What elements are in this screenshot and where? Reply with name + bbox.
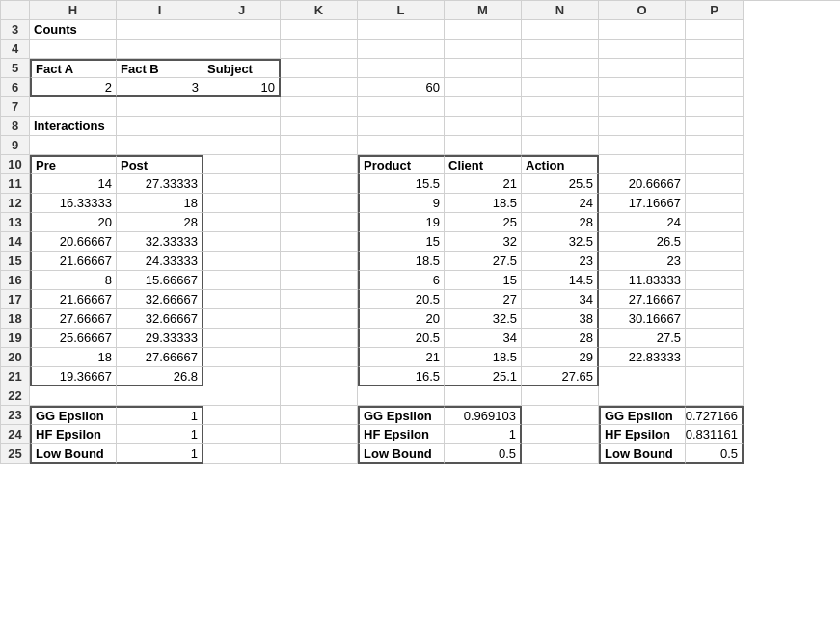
col-header-H: H <box>30 1 117 20</box>
cell-r16-c6: 14.5 <box>522 271 599 290</box>
cell-r17-c1: 32.66667 <box>117 290 203 309</box>
cell-r23-c2 <box>203 406 281 425</box>
row-num-14: 14 <box>1 232 30 252</box>
cell-r24-c7: HF Epsilon <box>599 425 686 444</box>
cell-r14-c8 <box>686 232 744 252</box>
cell-r13-c4: 19 <box>358 213 445 232</box>
cell-r17-c6: 34 <box>522 290 599 309</box>
cell-r19-c6: 28 <box>522 329 599 348</box>
cell-r6-c4: 60 <box>358 78 445 97</box>
cell-r15-c5: 27.5 <box>445 252 522 271</box>
cell-r15-c3 <box>281 252 358 271</box>
row-num-6: 6 <box>1 78 30 97</box>
row-num-20: 20 <box>1 348 30 367</box>
cell-r10-c3 <box>281 155 358 174</box>
cell-r12-c1: 18 <box>117 194 203 213</box>
cell-r7-c4 <box>358 97 445 117</box>
row-num-24: 24 <box>1 425 30 444</box>
cell-r19-c2 <box>203 329 281 348</box>
cell-r6-c5 <box>445 78 522 97</box>
cell-r6-c3 <box>281 78 358 97</box>
cell-r5-c2: Subject <box>203 59 281 78</box>
cell-r7-c8 <box>686 97 744 117</box>
cell-r25-c4: Low Bound <box>358 444 445 464</box>
cell-r6-c6 <box>522 78 599 97</box>
cell-r22-c4 <box>358 386 445 406</box>
cell-r16-c1: 15.66667 <box>117 271 203 290</box>
col-header-O: O <box>599 1 686 20</box>
row-num-11: 11 <box>1 174 30 194</box>
cell-r22-c1 <box>117 386 203 406</box>
cell-r3-c6 <box>522 20 599 40</box>
cell-r11-c1: 27.33333 <box>117 174 203 194</box>
cell-r10-c5: Client <box>445 155 522 174</box>
cell-r11-c7: 20.66667 <box>599 174 686 194</box>
row-num-22: 22 <box>1 386 30 406</box>
cell-r20-c0: 18 <box>30 348 117 367</box>
row-num-21: 21 <box>1 367 30 386</box>
cell-r4-c4 <box>358 40 445 59</box>
cell-r22-c8 <box>686 386 744 406</box>
cell-r7-c3 <box>281 97 358 117</box>
cell-r20-c8 <box>686 348 744 367</box>
cell-r14-c1: 32.33333 <box>117 232 203 252</box>
cell-r18-c1: 32.66667 <box>117 309 203 329</box>
cell-r5-c7 <box>599 59 686 78</box>
cell-r4-c2 <box>203 40 281 59</box>
cell-r23-c1: 1 <box>117 406 203 425</box>
cell-r15-c1: 24.33333 <box>117 252 203 271</box>
cell-r24-c5: 1 <box>445 425 522 444</box>
cell-r21-c6: 27.65 <box>522 367 599 386</box>
cell-r9-c6 <box>522 136 599 155</box>
cell-r15-c8 <box>686 252 744 271</box>
cell-r14-c7: 26.5 <box>599 232 686 252</box>
cell-r8-c8 <box>686 117 744 136</box>
cell-r5-c4 <box>358 59 445 78</box>
col-header-K: K <box>281 1 358 20</box>
cell-r7-c2 <box>203 97 281 117</box>
cell-r14-c0: 20.66667 <box>30 232 117 252</box>
cell-r20-c4: 21 <box>358 348 445 367</box>
cell-r5-c5 <box>445 59 522 78</box>
cell-r8-c5 <box>445 117 522 136</box>
cell-r18-c0: 27.66667 <box>30 309 117 329</box>
cell-r20-c1: 27.66667 <box>117 348 203 367</box>
cell-r3-c0: Counts <box>30 20 117 40</box>
cell-r11-c5: 21 <box>445 174 522 194</box>
cell-r9-c8 <box>686 136 744 155</box>
cell-r13-c5: 25 <box>445 213 522 232</box>
cell-r8-c3 <box>281 117 358 136</box>
cell-r11-c4: 15.5 <box>358 174 445 194</box>
cell-r17-c0: 21.66667 <box>30 290 117 309</box>
row-num-4: 4 <box>1 40 30 59</box>
cell-r10-c7 <box>599 155 686 174</box>
cell-r25-c3 <box>281 444 358 464</box>
cell-r21-c2 <box>203 367 281 386</box>
cell-r21-c7 <box>599 367 686 386</box>
cell-r3-c1 <box>117 20 203 40</box>
cell-r21-c0: 19.36667 <box>30 367 117 386</box>
cell-r18-c3 <box>281 309 358 329</box>
cell-r20-c6: 29 <box>522 348 599 367</box>
cell-r19-c7: 27.5 <box>599 329 686 348</box>
cell-r14-c3 <box>281 232 358 252</box>
cell-r13-c2 <box>203 213 281 232</box>
cell-r10-c8 <box>686 155 744 174</box>
cell-r25-c6 <box>522 444 599 464</box>
cell-r9-c5 <box>445 136 522 155</box>
cell-r19-c4: 20.5 <box>358 329 445 348</box>
cell-r8-c2 <box>203 117 281 136</box>
cell-r18-c2 <box>203 309 281 329</box>
row-num-17: 17 <box>1 290 30 309</box>
row-num-19: 19 <box>1 329 30 348</box>
cell-r15-c2 <box>203 252 281 271</box>
cell-r13-c0: 20 <box>30 213 117 232</box>
cell-r16-c7: 11.83333 <box>599 271 686 290</box>
col-header-P: P <box>686 1 744 20</box>
cell-r5-c8 <box>686 59 744 78</box>
cell-r4-c0 <box>30 40 117 59</box>
cell-r24-c1: 1 <box>117 425 203 444</box>
row-num-5: 5 <box>1 59 30 78</box>
cell-r18-c4: 20 <box>358 309 445 329</box>
cell-r23-c8: 0.727166 <box>686 406 744 425</box>
